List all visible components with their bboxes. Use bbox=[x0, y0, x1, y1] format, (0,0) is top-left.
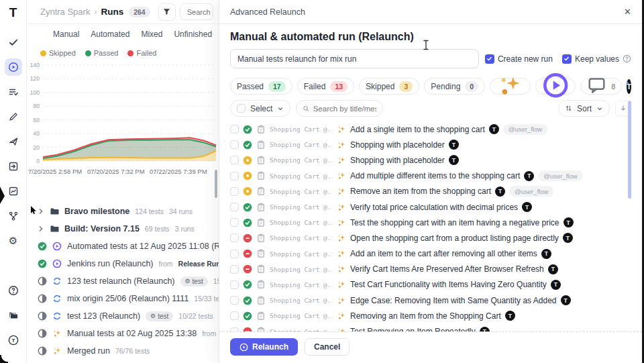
run-name-input[interactable] bbox=[230, 49, 479, 68]
chevron-down-icon bbox=[277, 105, 284, 112]
test-row[interactable]: Shopping Cart @...Add a single item to t… bbox=[230, 121, 631, 137]
option-create-new-run[interactable]: Create new run bbox=[485, 54, 553, 64]
tab-manual[interactable]: Manual bbox=[53, 30, 79, 39]
sidebar-item-branch[interactable] bbox=[5, 207, 22, 225]
cancel-button[interactable]: Cancel bbox=[305, 338, 350, 356]
row-checkbox[interactable] bbox=[230, 203, 239, 211]
filter-chip-passed[interactable]: Passed17 bbox=[230, 78, 292, 95]
run-row[interactable]: Merged run76/76 tests bbox=[27, 342, 219, 360]
select-all-checkbox[interactable] bbox=[237, 104, 246, 113]
run-row[interactable]: test 123 (Relaunch)⚙test10/22 tests bbox=[27, 307, 219, 325]
checkbox-checked[interactable] bbox=[562, 54, 572, 64]
sidebar-item-avatar-t[interactable]: T bbox=[5, 331, 22, 349]
run-title: mix origin 25/06 (Relaunch) 1111 bbox=[67, 294, 189, 303]
row-checkbox[interactable] bbox=[230, 187, 239, 196]
sidebar-item-pen[interactable] bbox=[5, 108, 22, 125]
row-checkbox[interactable] bbox=[230, 296, 239, 305]
breadcrumb-separator: › bbox=[94, 7, 97, 17]
row-checkbox[interactable] bbox=[230, 280, 239, 289]
checkbox-checked[interactable] bbox=[485, 54, 494, 64]
test-row[interactable]: Shopping Cart @...Add an item to the car… bbox=[230, 246, 631, 262]
run-title: Manual tests at 02 Aug 2025 13:38 bbox=[67, 329, 197, 338]
row-checkbox[interactable] bbox=[230, 140, 239, 149]
clipboard-icon bbox=[256, 187, 266, 196]
row-checkbox[interactable] bbox=[230, 172, 239, 180]
select-dropdown[interactable]: Select bbox=[230, 100, 290, 117]
app-logo[interactable]: T bbox=[9, 5, 17, 20]
test-row[interactable]: Shopping Cart @...Remove an item from th… bbox=[230, 184, 631, 199]
test-row[interactable]: Shopping Cart @...Removing an Item from … bbox=[230, 308, 631, 323]
sort-dropdown[interactable]: Sort bbox=[558, 100, 610, 117]
run-group-row[interactable]: Build: Version 7.1569 tests3 runs bbox=[27, 220, 219, 238]
close-icon[interactable]: ✕ bbox=[624, 7, 631, 16]
filter-button[interactable] bbox=[158, 3, 176, 21]
row-checkbox[interactable] bbox=[230, 311, 239, 320]
run-row[interactable]: 123 test relaunch (Relaunch)⚙test15/23 t… bbox=[27, 272, 219, 290]
sidebar-item-check[interactable] bbox=[5, 34, 22, 51]
panel-scrollbar-thumb[interactable] bbox=[215, 170, 217, 198]
run-row[interactable]: Manual tests at 02 Aug 2025 13:38fromCus… bbox=[27, 325, 219, 342]
run-row[interactable]: Jenkins run (Relaunch)fromRelease Run 1.… bbox=[27, 255, 219, 272]
manual-sparkle-icon bbox=[337, 280, 346, 289]
automated-circle-icon bbox=[542, 72, 569, 101]
status-failed-icon bbox=[243, 249, 252, 258]
sort-label: Sort bbox=[577, 104, 592, 113]
test-row[interactable]: Shopping Cart @...Edge Case: Removing It… bbox=[230, 293, 631, 308]
sidebar-item-list-check[interactable] bbox=[5, 83, 22, 101]
test-row[interactable]: Shopping Cart @...Add multiple different… bbox=[230, 168, 631, 184]
row-checkbox[interactable] bbox=[230, 265, 239, 274]
test-row[interactable]: Shopping Cart @...Shopping with placehol… bbox=[230, 137, 631, 152]
filter-chip-automated-circle[interactable] bbox=[535, 78, 576, 95]
row-checkbox[interactable] bbox=[230, 250, 239, 258]
sidebar-item-folders[interactable] bbox=[5, 307, 22, 324]
run-group-row[interactable]: Bravo milestone124 tests34 runs bbox=[27, 203, 219, 220]
row-checkbox[interactable] bbox=[230, 125, 239, 134]
test-row[interactable]: Shopping Cart @...Shopping with placehol… bbox=[230, 152, 631, 168]
test-row[interactable]: Shopping Cart @...Test the shopping cart… bbox=[230, 215, 631, 230]
test-row[interactable]: Shopping Cart @...Open the shopping cart… bbox=[230, 230, 631, 246]
sidebar-item-play-circle[interactable] bbox=[5, 58, 22, 76]
modal-scrollbar-thumb[interactable] bbox=[628, 101, 631, 199]
svg-text:0: 0 bbox=[36, 158, 40, 164]
filter-chip-comment[interactable]: 8 bbox=[580, 78, 622, 95]
filter-chip-manual-sparkle[interactable] bbox=[490, 78, 530, 95]
run-row[interactable]: mix origin 25/06 (Relaunch) 111115/33 te… bbox=[27, 290, 219, 307]
test-row[interactable]: Shopping Cart @...Test Cart Functionalit… bbox=[230, 277, 631, 293]
filter-chip-skipped[interactable]: Skipped3 bbox=[359, 78, 419, 95]
sidebar-item-plane[interactable] bbox=[5, 133, 22, 150]
legend-item-skipped: Skipped bbox=[40, 49, 76, 57]
run-row[interactable]: Automated tests at 12 Aug 2025 11:08 (Re… bbox=[27, 238, 219, 255]
assignee-filter-avatar[interactable]: T bbox=[627, 79, 631, 94]
sidebar-item-chart-frame[interactable] bbox=[5, 183, 22, 200]
row-checkbox[interactable] bbox=[230, 156, 239, 164]
filter-chip-failed[interactable]: Failed13 bbox=[297, 78, 354, 95]
row-checkbox[interactable] bbox=[230, 218, 239, 227]
legend-item-failed: Failed bbox=[127, 49, 156, 57]
test-row[interactable]: Shopping Cart @...Verify total price cal… bbox=[230, 199, 631, 215]
sidebar-item-gear[interactable]: ⚙ bbox=[5, 232, 22, 250]
relaunch-button[interactable]: Relaunch bbox=[230, 338, 298, 356]
tab-unfinished[interactable]: Unfinished bbox=[174, 30, 212, 39]
type-automated-icon bbox=[52, 259, 62, 268]
tests-search-input[interactable] bbox=[313, 105, 377, 113]
sidebar-item-question-circle[interactable] bbox=[5, 282, 22, 299]
row-checkbox[interactable] bbox=[230, 234, 239, 242]
modal-title: Advanced Relaunch bbox=[230, 7, 305, 17]
status-failed-icon bbox=[243, 234, 252, 243]
assignee-avatar: T bbox=[489, 124, 499, 134]
test-row[interactable]: Shopping Cart @...Verify Cart Items Are … bbox=[230, 262, 631, 277]
tab-mixed[interactable]: Mixed bbox=[141, 30, 162, 39]
status-passed-icon bbox=[243, 203, 252, 212]
option-keep-values[interactable]: Keep values bbox=[562, 54, 631, 64]
clipboard-icon bbox=[256, 140, 266, 150]
filter-chip-pending[interactable]: Pending0 bbox=[424, 78, 485, 95]
test-title: Removing an Item from the Shopping Cart bbox=[350, 311, 501, 321]
sidebar-item-box-arrow[interactable] bbox=[5, 158, 22, 175]
breadcrumb-project[interactable]: Zyntra Spark bbox=[40, 7, 90, 17]
type-relaunch-icon bbox=[52, 294, 62, 303]
help-icon[interactable] bbox=[623, 54, 631, 63]
runs-search-input[interactable] bbox=[187, 8, 213, 16]
tab-automated[interactable]: Automated bbox=[91, 30, 129, 39]
runs-search-box[interactable] bbox=[180, 3, 213, 20]
tests-search-box[interactable] bbox=[296, 100, 383, 117]
